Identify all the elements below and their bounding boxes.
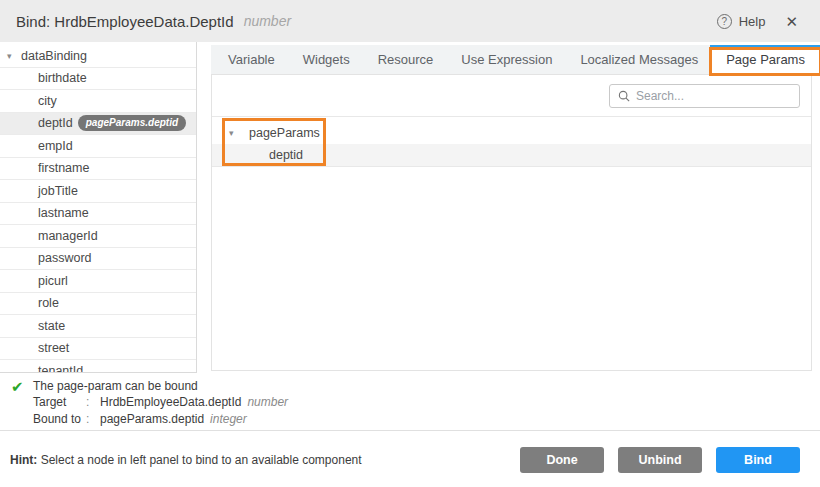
- tab-widgets[interactable]: Widgets: [289, 45, 364, 74]
- tree-node-city[interactable]: city: [0, 90, 196, 113]
- tree-node-pageparams-deptid[interactable]: deptid: [212, 144, 811, 167]
- tree-node-label: lastname: [38, 206, 89, 220]
- tree-node-label: firstname: [38, 161, 89, 175]
- tree-node-pageparams[interactable]: ▾ pageParams: [212, 121, 811, 144]
- binding-details: Target : HrdbEmployeeData.deptIdnumber B…: [33, 395, 288, 426]
- tree-node-managerid[interactable]: managerId: [0, 225, 196, 248]
- binding-source-tabs: Variable Widgets Resource Use Expression…: [211, 45, 812, 74]
- tab-variable[interactable]: Variable: [214, 45, 289, 74]
- tree-node-label: role: [38, 296, 59, 310]
- data-binding-tree-panel: ▾ dataBinding birthdate city deptId page…: [0, 42, 197, 373]
- tree-node-label: picurl: [38, 274, 68, 288]
- target-value: HrdbEmployeeData.deptIdnumber: [100, 395, 288, 409]
- tree-node-deptid[interactable]: deptId pageParams.deptid: [0, 113, 196, 136]
- tree-node-label: city: [38, 94, 57, 108]
- tree-node-label: pageParams: [249, 126, 320, 140]
- tree-node-lastname[interactable]: lastname: [0, 203, 196, 226]
- tree-node-tenantid[interactable]: tenantId: [0, 360, 196, 373]
- help-label: Help: [739, 14, 766, 29]
- tab-content-panel: ▾ pageParams deptid: [211, 74, 812, 371]
- tree-node-label: managerId: [38, 229, 98, 243]
- page-params-tree: ▾ pageParams deptid: [212, 117, 811, 167]
- bound-to-type: integer: [210, 412, 247, 426]
- tab-localized-messages[interactable]: Localized Messages: [566, 45, 712, 74]
- action-buttons: Done Unbind Bind: [520, 447, 800, 473]
- separator: :: [86, 395, 100, 409]
- tree-node-street[interactable]: street: [0, 338, 196, 361]
- close-icon[interactable]: ✕: [785, 14, 798, 29]
- tree-node-label: tenantId: [38, 364, 83, 373]
- dialog-title: Bind: HrdbEmployeeData.DeptId: [16, 13, 234, 30]
- bound-to-value: pageParams.deptidinteger: [100, 412, 288, 426]
- tree-node-firstname[interactable]: firstname: [0, 158, 196, 181]
- separator: :: [86, 412, 100, 426]
- tree-node-label: jobTitle: [38, 184, 78, 198]
- binding-badge: pageParams.deptid: [78, 115, 186, 131]
- hint-text: Hint: Select a node in left panel to bin…: [10, 453, 362, 467]
- tree-node-state[interactable]: state: [0, 315, 196, 338]
- search-icon: [618, 90, 630, 102]
- tree-node-label: state: [38, 319, 65, 333]
- done-button[interactable]: Done: [520, 447, 604, 473]
- chevron-down-icon[interactable]: ▾: [229, 128, 234, 138]
- tree-node-password[interactable]: password: [0, 248, 196, 271]
- search-input[interactable]: [636, 89, 791, 103]
- tab-resource[interactable]: Resource: [364, 45, 448, 74]
- bind-button[interactable]: Bind: [716, 447, 800, 473]
- tab-page-params[interactable]: Page Params: [712, 45, 819, 74]
- tree-node-label: birthdate: [38, 71, 87, 85]
- tree-node-label: deptid: [269, 148, 303, 162]
- search-box[interactable]: [609, 84, 800, 108]
- target-label: Target: [33, 395, 86, 409]
- binding-status-area: ✔ The page-param can be bound Target : H…: [0, 375, 820, 430]
- tree-node-databinding[interactable]: ▾ dataBinding: [0, 45, 196, 68]
- chevron-down-icon[interactable]: ▾: [7, 51, 12, 61]
- tree-node-birthdate[interactable]: birthdate: [0, 68, 196, 91]
- status-message: The page-param can be bound: [33, 379, 198, 393]
- hint-label: Hint:: [10, 453, 37, 467]
- tree-node-label: deptId: [38, 116, 73, 130]
- unbind-button[interactable]: Unbind: [618, 447, 702, 473]
- help-button[interactable]: ? Help: [717, 14, 766, 29]
- tree-node-jobtitle[interactable]: jobTitle: [0, 180, 196, 203]
- tree-node-label: street: [38, 341, 69, 355]
- tree-node-empid[interactable]: empId: [0, 135, 196, 158]
- dialog-title-type: number: [244, 13, 291, 29]
- dialog-header: Bind: HrdbEmployeeData.DeptId number ? H…: [0, 0, 820, 42]
- success-check-icon: ✔: [11, 378, 24, 396]
- tab-use-expression[interactable]: Use Expression: [447, 45, 566, 74]
- tree-node-label: dataBinding: [21, 49, 87, 63]
- bound-to-label: Bound to: [33, 412, 86, 426]
- help-icon: ?: [717, 14, 732, 29]
- search-row: [212, 75, 811, 117]
- tree-node-picurl[interactable]: picurl: [0, 270, 196, 293]
- tree-node-role[interactable]: role: [0, 293, 196, 316]
- dialog-footer: Hint: Select a node in left panel to bin…: [0, 430, 820, 487]
- tree-node-label: password: [38, 251, 92, 265]
- target-type: number: [247, 395, 288, 409]
- tree-node-label: empId: [38, 139, 73, 153]
